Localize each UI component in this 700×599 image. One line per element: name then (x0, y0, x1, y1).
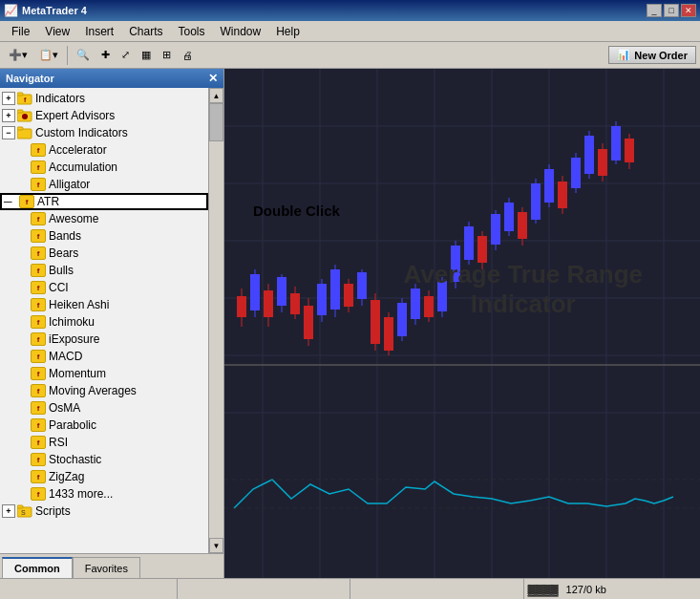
tree-label-scripts: Scripts (35, 504, 71, 518)
menu-tools[interactable]: Tools (171, 23, 213, 40)
tree-item-rsi[interactable]: f RSI (0, 434, 208, 451)
menu-charts[interactable]: Charts (121, 23, 170, 40)
svg-rect-74 (544, 169, 554, 203)
app-icon: 📈 (4, 4, 18, 17)
maximize-button[interactable]: □ (664, 4, 679, 17)
nav-tabs: Common Favorites (0, 553, 223, 578)
tree-label-parabolic: Parabolic (49, 418, 96, 432)
navigator-title: Navigator (6, 73, 54, 84)
nav-scrollbar[interactable]: ▲ ▼ (208, 88, 223, 553)
tree-item-alligator[interactable]: f Alligator (0, 176, 208, 193)
tree-item-accumulation[interactable]: f Accumulation (0, 159, 208, 176)
tree-item-stochastic[interactable]: f Stochastic (0, 451, 208, 468)
scroll-track[interactable] (209, 103, 223, 538)
toolbar-btn-4[interactable]: ✚ (96, 45, 115, 66)
menu-insert[interactable]: Insert (77, 23, 121, 40)
menu-file[interactable]: File (4, 23, 37, 40)
tree-item-more[interactable]: f 1433 more... (0, 485, 208, 503)
svg-rect-56 (424, 296, 434, 317)
tree-label-momentum: Momentum (49, 367, 106, 380)
tree-label-movingaverages: Moving Averages (49, 384, 137, 397)
tree-item-indicators[interactable]: + f Indicators (0, 90, 208, 107)
scroll-up-button[interactable]: ▲ (209, 88, 223, 103)
title-bar-controls[interactable]: _ □ ✕ (647, 4, 696, 17)
tree-label-custom: Custom Indicators (35, 126, 128, 139)
svg-rect-66 (491, 214, 500, 245)
tree-item-ichimoku[interactable]: f Ichimoku (0, 313, 208, 331)
scrollbar-indicator: ▓▓▓▓ (528, 584, 559, 595)
svg-rect-38 (304, 306, 313, 339)
new-order-button[interactable]: 📊 New Order (608, 46, 696, 64)
tree-item-awesome[interactable]: f Awesome (0, 210, 208, 227)
indicator-icon-awesome: f (31, 212, 46, 225)
tree-item-custom[interactable]: − Custom Indicators (0, 124, 208, 141)
title-bar: 📈 MetaTrader 4 _ □ ✕ (0, 0, 700, 21)
svg-text:S: S (21, 509, 26, 516)
chart-area[interactable]: Double Click Average True RangeIndicator (224, 69, 700, 578)
indicator-icon-zigzag: f (31, 470, 46, 483)
toolbar-btn-1[interactable]: ➕▾ (4, 45, 32, 66)
tree-item-iexposure[interactable]: f iExposure (0, 331, 208, 348)
indicator-icon-more: f (31, 487, 46, 501)
toolbar-btn-5[interactable]: ⤢ (117, 45, 135, 66)
svg-rect-4 (17, 110, 23, 113)
tree-item-cci[interactable]: f CCI (0, 279, 208, 296)
svg-rect-82 (598, 149, 607, 176)
svg-rect-42 (330, 269, 340, 310)
indicator-icon-accumulation: f (31, 160, 46, 174)
tree-item-accelerator[interactable]: f Accelerator (0, 141, 208, 159)
indicator-icon-atr: f (19, 195, 34, 208)
navigator-close-button[interactable]: ✕ (208, 72, 218, 85)
menu-help[interactable]: Help (268, 23, 308, 40)
tree-item-bulls[interactable]: f Bulls (0, 262, 208, 279)
menu-view[interactable]: View (37, 23, 77, 40)
tree-item-zigzag[interactable]: f ZigZag (0, 468, 208, 485)
svg-rect-70 (518, 212, 527, 239)
tree-item-atr[interactable]: ─ f ATR (0, 193, 208, 210)
tab-favorites[interactable]: Favorites (73, 557, 140, 578)
tree-item-bands[interactable]: f Bands (0, 227, 208, 245)
tree-item-heiken[interactable]: f Heiken Ashi (0, 296, 208, 313)
svg-rect-28 (237, 296, 246, 317)
scroll-down-button[interactable]: ▼ (209, 538, 223, 553)
toolbar-btn-6[interactable]: ▦ (137, 45, 156, 66)
tree-item-momentum[interactable]: f Momentum (0, 365, 208, 382)
status-section-1 (4, 579, 178, 599)
tree-item-macd[interactable]: f MACD (0, 348, 208, 365)
scroll-thumb[interactable] (209, 103, 223, 141)
toolbar-btn-3[interactable]: 🔍 (72, 45, 95, 66)
tree-item-osma[interactable]: f OsMA (0, 399, 208, 417)
toolbar-btn-8[interactable]: 🖨 (178, 45, 198, 66)
svg-rect-62 (464, 226, 474, 260)
svg-rect-40 (317, 284, 327, 315)
tree-label-rsi: RSI (49, 436, 68, 449)
tree-item-scripts[interactable]: + S Scripts (0, 503, 208, 520)
tree-item-parabolic[interactable]: f Parabolic (0, 417, 208, 434)
svg-rect-60 (451, 246, 460, 282)
tree-item-experts[interactable]: + Expert Advisors (0, 107, 208, 124)
svg-rect-7 (17, 127, 23, 130)
toolbar: ➕▾ 📋▾ 🔍 ✚ ⤢ ▦ ⊞ 🖨 📊 New Order (0, 42, 700, 69)
toolbar-btn-7[interactable]: ⊞ (158, 45, 176, 66)
tree-label-alligator: Alligator (49, 178, 90, 191)
tree-item-bears[interactable]: f Bears (0, 245, 208, 262)
tree-label-experts: Expert Advisors (35, 109, 115, 122)
expand-icon-indicators[interactable]: + (2, 92, 15, 105)
indicator-icon-stochastic: f (31, 453, 46, 466)
tree-label-accelerator: Accelerator (49, 143, 107, 157)
expand-icon-scripts[interactable]: + (2, 504, 15, 518)
svg-rect-78 (571, 158, 581, 188)
expand-icon-experts[interactable]: + (2, 109, 15, 122)
tree-label-more: 1433 more... (49, 487, 113, 501)
expand-icon-custom[interactable]: − (2, 126, 15, 139)
svg-rect-36 (290, 293, 300, 314)
close-button[interactable]: ✕ (681, 4, 696, 17)
tree-item-movingaverages[interactable]: f Moving Averages (0, 382, 208, 399)
svg-rect-58 (437, 281, 447, 311)
menu-window[interactable]: Window (213, 23, 269, 40)
tab-common[interactable]: Common (2, 557, 73, 578)
tab-favorites-label: Favorites (85, 563, 128, 574)
toolbar-btn-2[interactable]: 📋▾ (34, 45, 63, 66)
minimize-button[interactable]: _ (647, 4, 662, 17)
svg-rect-52 (397, 303, 407, 336)
